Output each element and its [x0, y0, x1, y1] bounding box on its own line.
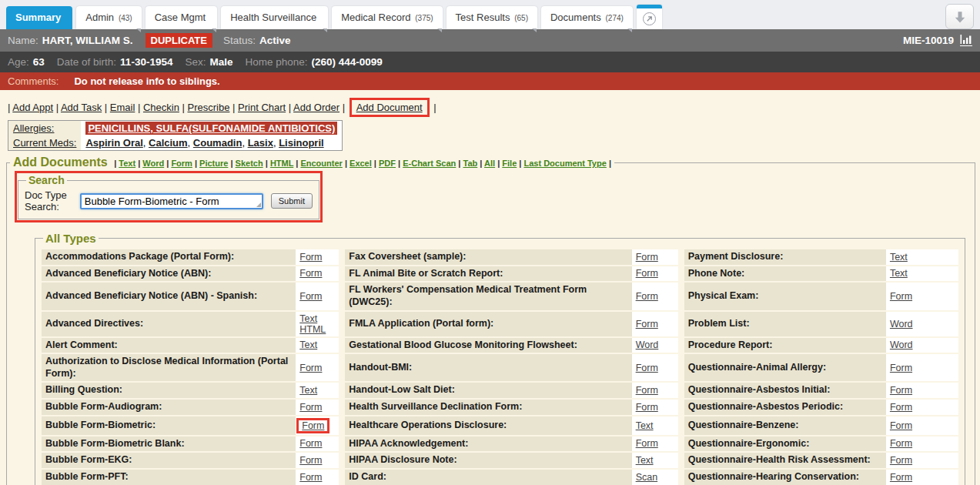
- doc-type-link[interactable]: Text: [890, 252, 908, 263]
- table-row: Bubble Form-Biometric Blank: Form HIPAA …: [42, 436, 958, 452]
- email-link[interactable]: Email: [110, 102, 135, 113]
- med-link[interactable]: Lisinopril: [279, 137, 324, 149]
- doc-type-link[interactable]: Form: [636, 291, 658, 302]
- patient-name: HART, WILLIAM S.: [42, 35, 133, 46]
- doc-type-link[interactable]: Form: [890, 385, 912, 396]
- add-order-link[interactable]: Add Order: [293, 102, 339, 113]
- doc-type-link[interactable]: Form: [299, 402, 322, 413]
- add-doc-type-link-all[interactable]: All: [484, 159, 495, 168]
- popout-tab[interactable]: [637, 5, 662, 29]
- doc-type-link-cell: Form: [886, 383, 958, 398]
- add-doc-type-link-file[interactable]: File: [502, 159, 517, 168]
- doc-type-link[interactable]: Text: [636, 420, 654, 431]
- scroll-down-button[interactable]: [945, 4, 974, 29]
- add-doc-type-link-last-document-type[interactable]: Last Document Type: [523, 159, 606, 168]
- doc-type-label: ID Card:: [345, 470, 631, 485]
- add-doc-type-link-tab[interactable]: Tab: [463, 159, 477, 168]
- doc-type-link[interactable]: Form: [299, 291, 322, 302]
- add-doc-type-link-pdf[interactable]: PDF: [379, 159, 396, 168]
- doc-type-link[interactable]: Form: [890, 438, 912, 449]
- bar-chart-icon[interactable]: [960, 35, 972, 46]
- doc-type-link[interactable]: Word: [636, 340, 659, 350]
- doc-type-link[interactable]: Form: [890, 363, 912, 373]
- tab-medical-record[interactable]: Medical Record (375): [332, 6, 442, 29]
- doc-type-link-cell: Text: [886, 249, 958, 265]
- doc-type-link[interactable]: Form: [636, 319, 658, 329]
- doc-type-link[interactable]: Text: [299, 313, 317, 324]
- add-doc-type-link-html[interactable]: HTML: [270, 159, 293, 168]
- tab-health-surveillance[interactable]: Health Surveillance: [221, 6, 328, 29]
- tab-summary[interactable]: Summary: [6, 6, 72, 29]
- doc-type-link[interactable]: Form: [299, 438, 322, 449]
- doc-type-link[interactable]: HTML: [299, 324, 326, 335]
- tab-case-mgmt[interactable]: Case Mgmt: [145, 6, 217, 29]
- doc-type-link[interactable]: Form: [299, 472, 322, 483]
- add-doc-type-link-e-chart-scan[interactable]: E-Chart Scan: [403, 159, 456, 168]
- comments-text: Do not release info to siblings.: [74, 75, 219, 87]
- table-row: Bubble Form-Audiogram: Form Health Surve…: [42, 400, 958, 415]
- doc-type-link[interactable]: Form: [636, 268, 658, 279]
- doc-type-link[interactable]: Text: [890, 268, 908, 279]
- doc-type-link[interactable]: Form: [299, 363, 322, 373]
- doc-type-link-cell: TextHTML: [296, 312, 339, 336]
- down-arrow-icon: [952, 9, 968, 25]
- doc-type-link[interactable]: Form: [890, 291, 912, 302]
- doc-type-link-cell: Form: [296, 266, 339, 282]
- current-meds-link[interactable]: Current Meds:: [13, 137, 76, 149]
- tab-admin[interactable]: Admin (43): [76, 6, 141, 29]
- doc-type-label: HIPAA Disclosure Note:: [345, 453, 631, 468]
- print-chart-link[interactable]: Print Chart: [238, 102, 286, 113]
- doc-type-link[interactable]: Form: [299, 252, 322, 263]
- doc-type-link[interactable]: Form: [636, 252, 658, 263]
- doc-type-link[interactable]: Scan: [636, 472, 658, 483]
- add-doc-type-link-excel[interactable]: Excel: [350, 159, 372, 168]
- doc-type-link[interactable]: Text: [636, 455, 654, 466]
- doc-type-search-input[interactable]: [80, 193, 263, 209]
- doc-type-link[interactable]: Form: [302, 420, 324, 431]
- duplicate-badge[interactable]: DUPLICATE: [145, 33, 212, 48]
- doc-type-link[interactable]: Form: [890, 420, 912, 431]
- doc-type-link[interactable]: Form: [890, 472, 912, 483]
- add-document-link[interactable]: Add Document: [356, 102, 423, 113]
- prescribe-link[interactable]: Prescribe: [188, 102, 230, 113]
- doc-type-link[interactable]: Form: [299, 268, 322, 279]
- doc-type-label: Advanced Directives:: [42, 312, 296, 336]
- doc-type-link[interactable]: Form: [636, 402, 658, 413]
- doc-type-link[interactable]: Form: [890, 455, 912, 466]
- doc-type-link[interactable]: Text: [299, 385, 317, 396]
- doc-type-link[interactable]: Form: [636, 363, 658, 373]
- add-appt-link[interactable]: Add Appt: [12, 102, 53, 113]
- doc-type-link[interactable]: Form: [299, 455, 322, 466]
- doc-type-link[interactable]: Text: [299, 340, 317, 350]
- doc-type-label: Handout-Low Salt Diet:: [345, 383, 631, 398]
- doc-type-link[interactable]: Word: [890, 340, 913, 350]
- table-row: Accommodations Package (Portal Form): Fo…: [42, 249, 958, 265]
- allergy-value[interactable]: PENICILLINS, SULFA(SULFONAMIDE ANTIBIOTI…: [85, 122, 337, 135]
- doc-type-label: Accommodations Package (Portal Form):: [42, 249, 296, 265]
- tab-documents[interactable]: Documents (274): [541, 6, 633, 29]
- allergies-link[interactable]: Allergies:: [13, 122, 54, 134]
- add-doc-type-link-form[interactable]: Form: [171, 159, 192, 168]
- add-doc-type-link-sketch[interactable]: Sketch: [236, 159, 263, 168]
- doc-type-link[interactable]: Form: [636, 385, 658, 396]
- doc-type-link[interactable]: Form: [636, 438, 658, 449]
- add-doc-type-link-word[interactable]: Word: [142, 159, 164, 168]
- checkin-link[interactable]: Checkin: [143, 102, 179, 113]
- submit-button[interactable]: Submit: [271, 193, 313, 209]
- med-link[interactable]: Coumadin: [193, 137, 242, 149]
- med-link[interactable]: Lasix: [248, 137, 273, 149]
- med-link[interactable]: Calcium: [149, 137, 188, 149]
- tab-test-results[interactable]: Test Results (65): [447, 6, 537, 29]
- add-doc-type-link-picture[interactable]: Picture: [199, 159, 228, 168]
- med-link[interactable]: Aspirin Oral: [85, 137, 142, 149]
- add-doc-type-link-text[interactable]: Text: [119, 159, 135, 168]
- doc-type-link-cell: Word: [632, 338, 678, 353]
- doc-type-link-cell: Scan: [632, 470, 678, 485]
- add-doc-type-link-encounter[interactable]: Encounter: [300, 159, 342, 168]
- doc-type-link[interactable]: Form: [890, 402, 912, 413]
- doc-type-link[interactable]: Word: [890, 319, 913, 329]
- doc-type-link-cell: Form: [886, 283, 958, 309]
- add-task-link[interactable]: Add Task: [61, 102, 102, 113]
- table-row: Billing Question: Text Handout-Low Salt …: [42, 383, 958, 398]
- doc-type-label: Phone Note:: [684, 266, 886, 282]
